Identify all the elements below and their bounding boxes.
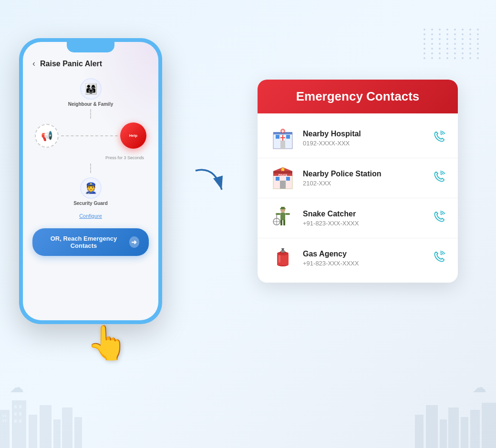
hand-pointer-icon: 👆 [86, 323, 128, 362]
hospital-name: Nearby Hospital [303, 130, 425, 138]
curved-arrow-svg [191, 161, 229, 199]
emergency-contacts-card: Emergency Contacts ✚ [258, 80, 458, 283]
svg-rect-19 [280, 181, 286, 189]
svg-rect-41 [2, 415, 4, 417]
svg-rect-22 [281, 207, 285, 209]
svg-rect-23 [280, 213, 285, 220]
neighbour-item: 👨‍👩‍👧 Neighbour & Family [32, 78, 149, 107]
svg-rect-58 [426, 405, 438, 448]
svg-rect-48 [14, 412, 17, 416]
police-name: Nearby Police Station [303, 170, 425, 178]
gas-cylinder-svg [271, 246, 295, 270]
screen-title: Raise Panic Alert [40, 60, 102, 68]
svg-rect-14 [276, 177, 279, 181]
call-icon-svg [433, 130, 446, 143]
emergency-contacts-button[interactable]: OR, Reach Emergency Contacts ➜ [32, 228, 149, 256]
svg-rect-38 [281, 248, 284, 249]
hospital-icon: ✚ [269, 125, 296, 151]
contact-item-gas: Gas Agency +91-823-XXX-XXXX [258, 238, 458, 278]
svg-rect-60 [448, 407, 459, 448]
security-item: 👮 Security Guard [32, 177, 149, 206]
svg-rect-59 [440, 419, 447, 448]
snake-call-button[interactable] [433, 210, 446, 226]
back-button[interactable]: ‹ [32, 59, 35, 69]
contact-list: ✚ Nearby Hospital 0192-XXXX-XXX [258, 113, 458, 283]
hospital-number: 0192-XXXX-XXX [303, 140, 425, 147]
svg-rect-56 [74, 417, 82, 448]
svg-rect-49 [19, 412, 21, 416]
svg-rect-39 [279, 255, 280, 263]
svg-text:✚: ✚ [281, 130, 284, 133]
gas-name: Gas Agency [303, 250, 425, 258]
svg-text:⭐: ⭐ [280, 167, 285, 172]
help-label: Help [129, 133, 137, 138]
panic-row: 📢 Help [35, 122, 146, 149]
snake-name: Snake Catcher [303, 210, 425, 218]
snake-catcher-svg [271, 206, 295, 230]
svg-rect-50 [14, 419, 17, 423]
svg-rect-46 [14, 405, 17, 408]
hospital-call-button[interactable] [433, 130, 446, 146]
neighbour-avatar: 👨‍👩‍👧 [80, 78, 102, 100]
svg-rect-25 [285, 213, 290, 215]
vert-line-top [90, 109, 91, 119]
police-call-button[interactable] [433, 170, 446, 186]
press-label: Press for 3 Seconds [105, 155, 144, 160]
police-number: 2102-XXX [303, 180, 425, 187]
dashed-connector-left [61, 135, 118, 136]
configure-link[interactable]: Configure [79, 213, 102, 219]
gas-call-button[interactable] [433, 250, 446, 266]
svg-rect-26 [280, 220, 282, 225]
phone-screen: ‹ Raise Panic Alert 👨‍👩‍👧 Neighbour & Fa… [23, 42, 158, 320]
svg-rect-43 [2, 419, 4, 422]
security-avatar: 👮 [80, 177, 102, 199]
svg-rect-8 [280, 141, 285, 149]
card-title: Emergency Contacts [296, 89, 420, 103]
btn-arrow-icon: ➜ [129, 236, 139, 248]
gas-info: Gas Agency +91-823-XXX-XXXX [303, 250, 425, 267]
neighbour-label: Neighbour & Family [68, 102, 113, 107]
phone-mockup: ‹ Raise Panic Alert 👨‍👩‍👧 Neighbour & Fa… [19, 38, 162, 324]
svg-rect-24 [276, 213, 280, 215]
call-icon-svg-3 [433, 210, 446, 224]
vert-line-middle [90, 163, 91, 173]
gas-icon [269, 245, 296, 271]
svg-rect-42 [5, 415, 6, 417]
svg-rect-3 [286, 135, 290, 139]
call-icon-svg-4 [433, 250, 446, 264]
svg-rect-63 [482, 403, 496, 448]
hospital-info: Nearby Hospital 0192-XXXX-XXX [303, 130, 425, 147]
svg-rect-55 [62, 407, 72, 448]
svg-rect-47 [19, 405, 21, 408]
svg-rect-54 [53, 419, 61, 448]
svg-rect-61 [461, 417, 468, 448]
megaphone-btn[interactable]: 📢 [35, 124, 59, 148]
svg-text:POLICE: POLICE [278, 173, 287, 176]
snake-number: +91-823-XXX-XXXX [303, 220, 425, 227]
connection-area: 📢 Help Press for 3 Seconds [35, 109, 146, 175]
emergency-btn-label: OR, Reach Emergency Contacts [42, 235, 125, 249]
main-layout: ‹ Raise Panic Alert 👨‍👩‍👧 Neighbour & Fa… [19, 38, 477, 324]
svg-rect-57 [415, 415, 424, 448]
police-icon: POLICE ⭐ [269, 165, 296, 191]
police-building-svg: POLICE ⭐ [271, 166, 295, 190]
svg-rect-15 [286, 177, 290, 181]
snake-icon [269, 205, 296, 231]
phone-notch [67, 42, 114, 52]
screen-header: ‹ Raise Panic Alert [32, 56, 149, 69]
card-header: Emergency Contacts [258, 80, 458, 113]
police-info: Nearby Police Station 2102-XXX [303, 170, 425, 187]
svg-rect-44 [5, 419, 6, 422]
gas-number: +91-823-XXX-XXXX [303, 260, 425, 267]
svg-rect-53 [40, 405, 52, 448]
call-icon-svg-2 [433, 170, 446, 183]
contact-item-hospital: ✚ Nearby Hospital 0192-XXXX-XXX [258, 118, 458, 158]
panic-red-button[interactable]: Help [120, 122, 146, 149]
screen-content: ‹ Raise Panic Alert 👨‍👩‍👧 Neighbour & Fa… [23, 42, 158, 320]
arrow-connector-wrapper [191, 161, 229, 201]
svg-rect-62 [470, 410, 480, 448]
security-label: Security Guard [73, 201, 108, 206]
contact-item-police: POLICE ⭐ Nearby Police Station 2102-XXX [258, 158, 458, 198]
svg-rect-51 [19, 419, 21, 423]
svg-rect-2 [276, 135, 279, 139]
